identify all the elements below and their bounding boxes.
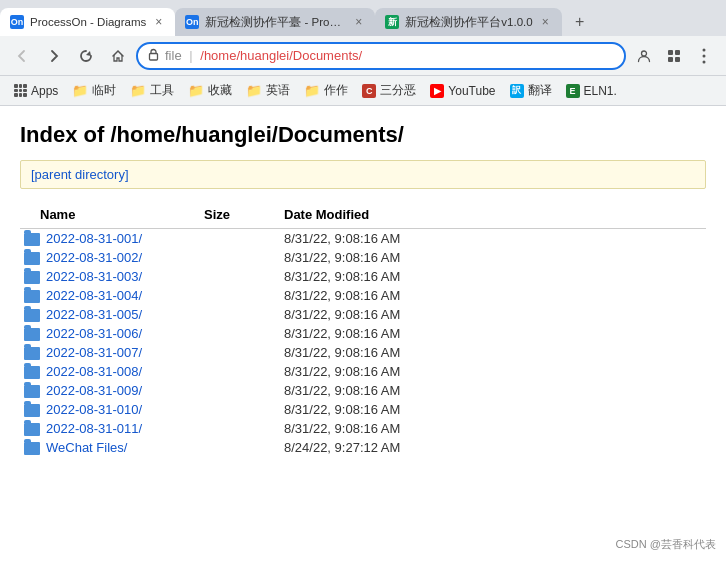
file-link[interactable]: 2022-08-31-010/	[24, 402, 192, 417]
file-size	[200, 248, 280, 267]
forward-button[interactable]	[40, 42, 68, 70]
bookmark-apps-label: Apps	[31, 84, 58, 98]
svg-rect-4	[668, 57, 673, 62]
file-link[interactable]: 2022-08-31-003/	[24, 269, 192, 284]
tab-3-favicon: 新	[385, 15, 399, 29]
table-row: 2022-08-31-010/8/31/22, 9:08:16 AM	[20, 400, 706, 419]
file-link[interactable]: 2022-08-31-011/	[24, 421, 192, 436]
file-date: 8/31/22, 9:08:16 AM	[280, 286, 706, 305]
file-link[interactable]: 2022-08-31-005/	[24, 307, 192, 322]
file-link[interactable]: 2022-08-31-008/	[24, 364, 192, 379]
table-row: 2022-08-31-007/8/31/22, 9:08:16 AM	[20, 343, 706, 362]
youtube-favicon: ▶	[430, 84, 444, 98]
tab-3[interactable]: 新 新冠检测协作平台v1.0.0 ×	[375, 8, 561, 36]
folder-icon	[24, 233, 40, 246]
tab-1-label: ProcessOn - Diagrams	[30, 16, 146, 28]
table-row: 2022-08-31-011/8/31/22, 9:08:16 AM	[20, 419, 706, 438]
file-link[interactable]: 2022-08-31-007/	[24, 345, 192, 360]
file-date: 8/31/22, 9:08:16 AM	[280, 267, 706, 286]
file-size	[200, 305, 280, 324]
bookmark-yingyu-label: 英语	[266, 82, 290, 99]
folder-icon: 📁	[188, 83, 204, 98]
file-date: 8/31/22, 9:08:16 AM	[280, 229, 706, 249]
new-tab-button[interactable]: +	[566, 8, 594, 36]
folder-icon	[24, 347, 40, 360]
address-url: file | /home/huanglei/Documents/	[165, 48, 362, 63]
tab-1-close[interactable]: ×	[152, 14, 165, 30]
file-date: 8/31/22, 9:08:16 AM	[280, 400, 706, 419]
file-link[interactable]: 2022-08-31-006/	[24, 326, 192, 341]
file-link[interactable]: WeChat Files/	[24, 440, 192, 455]
folder-icon	[24, 404, 40, 417]
svg-point-1	[642, 51, 647, 56]
tab-2-favicon: On	[185, 15, 199, 29]
nav-bar: file | /home/huanglei/Documents/	[0, 36, 726, 76]
table-row: 2022-08-31-006/8/31/22, 9:08:16 AM	[20, 324, 706, 343]
tab-3-label: 新冠检测协作平台v1.0.0	[405, 15, 532, 30]
file-link[interactable]: 2022-08-31-004/	[24, 288, 192, 303]
bookmark-youtube-label: YouTube	[448, 84, 495, 98]
eln-favicon: E	[566, 84, 580, 98]
svg-point-8	[703, 60, 706, 63]
bookmark-fanyi[interactable]: 訳 翻译	[504, 79, 558, 102]
file-link[interactable]: 2022-08-31-009/	[24, 383, 192, 398]
address-bar[interactable]: file | /home/huanglei/Documents/	[136, 42, 626, 70]
table-row: 2022-08-31-004/8/31/22, 9:08:16 AM	[20, 286, 706, 305]
menu-button[interactable]	[690, 42, 718, 70]
file-link[interactable]: 2022-08-31-001/	[24, 231, 192, 246]
svg-rect-3	[675, 50, 680, 55]
file-date: 8/31/22, 9:08:16 AM	[280, 305, 706, 324]
bookmark-zuozuo[interactable]: 📁 作作	[298, 79, 354, 102]
folder-icon	[24, 328, 40, 341]
file-size	[200, 343, 280, 362]
folder-icon	[24, 442, 40, 455]
tab-2-close[interactable]: ×	[352, 14, 365, 30]
bookmark-shoucang-label: 收藏	[208, 82, 232, 99]
svg-point-6	[703, 48, 706, 51]
file-size	[200, 419, 280, 438]
reload-button[interactable]	[72, 42, 100, 70]
home-button[interactable]	[104, 42, 132, 70]
col-header-date: Date Modified	[280, 205, 706, 229]
sanfene-favicon: C	[362, 84, 376, 98]
file-size	[200, 286, 280, 305]
bookmark-gongju[interactable]: 📁 工具	[124, 79, 180, 102]
table-row: 2022-08-31-009/8/31/22, 9:08:16 AM	[20, 381, 706, 400]
bookmark-eln-label: ELN1.	[584, 84, 617, 98]
table-row: WeChat Files/8/24/22, 9:27:12 AM	[20, 438, 706, 457]
page-title: Index of /home/huanglei/Documents/	[20, 122, 706, 148]
table-row: 2022-08-31-002/8/31/22, 9:08:16 AM	[20, 248, 706, 267]
tab-1[interactable]: On ProcessOn - Diagrams ×	[0, 8, 175, 36]
tab-2[interactable]: On 新冠检测协作平臺 - Proce... ×	[175, 8, 375, 36]
bookmark-eln[interactable]: E ELN1.	[560, 81, 623, 101]
lock-icon	[148, 48, 159, 63]
file-size	[200, 438, 280, 457]
folder-icon	[24, 290, 40, 303]
file-link[interactable]: 2022-08-31-002/	[24, 250, 192, 265]
bookmark-yingyu[interactable]: 📁 英语	[240, 79, 296, 102]
back-button[interactable]	[8, 42, 36, 70]
folder-icon	[24, 252, 40, 265]
table-row: 2022-08-31-008/8/31/22, 9:08:16 AM	[20, 362, 706, 381]
bookmark-linshi-label: 临时	[92, 82, 116, 99]
bookmark-sanfene[interactable]: C 三分恶	[356, 79, 422, 102]
svg-rect-5	[675, 57, 680, 62]
folder-icon: 📁	[130, 83, 146, 98]
file-date: 8/31/22, 9:08:16 AM	[280, 362, 706, 381]
extensions-button[interactable]	[660, 42, 688, 70]
table-header-row: Name Size Date Modified	[20, 205, 706, 229]
bookmark-shoucang[interactable]: 📁 收藏	[182, 79, 238, 102]
bookmark-linshi[interactable]: 📁 临时	[66, 79, 122, 102]
bookmark-apps[interactable]: Apps	[8, 81, 64, 101]
file-size	[200, 381, 280, 400]
file-size	[200, 324, 280, 343]
apps-grid-icon	[14, 84, 27, 97]
profile-button[interactable]	[630, 42, 658, 70]
file-size	[200, 362, 280, 381]
file-date: 8/31/22, 9:08:16 AM	[280, 343, 706, 362]
bookmark-youtube[interactable]: ▶ YouTube	[424, 81, 501, 101]
folder-icon: 📁	[304, 83, 320, 98]
tab-2-label: 新冠检测协作平臺 - Proce...	[205, 15, 346, 30]
tab-3-close[interactable]: ×	[539, 14, 552, 30]
parent-directory-link[interactable]: [parent directory]	[31, 167, 129, 182]
